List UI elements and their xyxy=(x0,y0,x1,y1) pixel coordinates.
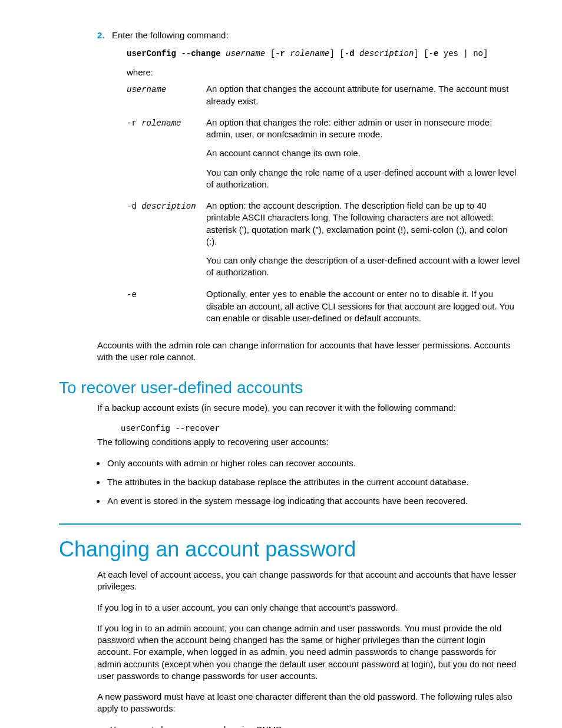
term-description: description xyxy=(141,202,196,211)
cmd-arg-description: description xyxy=(359,49,414,58)
recover-intro: If a backup account exists (in secure mo… xyxy=(97,402,521,414)
recover-conditions-intro: The following conditions apply to recove… xyxy=(97,436,521,448)
changing-p1: At each level of account access, you can… xyxy=(97,569,521,593)
recover-command: userConfig --recover xyxy=(121,423,521,434)
changing-p2: If you log in to a user account, you can… xyxy=(97,602,521,614)
bracket-close: ] xyxy=(330,49,335,58)
bracket-close: ] xyxy=(483,49,488,58)
changing-p3: If you log in to an admin account, you c… xyxy=(97,622,521,682)
def-row-rolename: -r rolename An option that changes the r… xyxy=(127,117,521,197)
cmd-name: userConfig --change xyxy=(127,49,221,58)
heading-recover: To recover user-defined accounts xyxy=(59,377,521,399)
command-syntax: userConfig --change username [-r rolenam… xyxy=(127,48,521,60)
cmd-opt-e: -e xyxy=(429,49,439,58)
term-rolename: rolename xyxy=(141,118,181,128)
recover-bullet-2: The attributes in the backup database re… xyxy=(106,476,521,488)
cmd-opt-d: -d xyxy=(345,49,355,58)
changing-p4: A new password must have at least one ch… xyxy=(97,691,521,715)
definition-table: username An option that changes the acco… xyxy=(127,83,521,331)
where-label: where: xyxy=(127,67,521,78)
term-e: -e xyxy=(127,290,137,299)
desc-description-1: An option: the account description. The … xyxy=(206,200,521,248)
desc-description-2: You can only change the description of a… xyxy=(206,255,521,279)
term-username: username xyxy=(127,85,166,94)
document-page: 2. Enter the following command: userConf… xyxy=(0,0,562,728)
term-r-prefix: -r xyxy=(127,118,141,128)
bracket-open: [ xyxy=(270,49,275,58)
step-instruction: Enter the following command: xyxy=(112,29,521,41)
after-table-note: Accounts with the admin role can change … xyxy=(97,340,521,364)
cmd-arg-username: username xyxy=(226,49,265,58)
recover-bullet-3: An event is stored in the system message… xyxy=(106,495,521,507)
cmd-arg-e: yes | no xyxy=(444,49,483,58)
desc-e-mid: to enable the account or enter xyxy=(287,289,410,299)
code-yes: yes xyxy=(272,290,287,299)
desc-username: An option that changes the account attri… xyxy=(206,83,521,107)
term-d-prefix: -d xyxy=(127,202,141,211)
desc-e: Optionally, enter yes to enable the acco… xyxy=(206,288,521,324)
changing-bullet-1: You cannot change passwords using SNMP. xyxy=(108,724,521,728)
def-row-description: -d description An option: the account de… xyxy=(127,200,521,286)
section-divider xyxy=(59,523,521,525)
desc-e-pre: Optionally, enter xyxy=(206,289,272,299)
bracket-open: [ xyxy=(424,49,428,58)
desc-rolename-1: An option that changes the role: either … xyxy=(206,117,521,141)
cmd-arg-rolename: rolename xyxy=(290,49,329,58)
bracket-close: ] xyxy=(414,49,418,58)
bracket-open: [ xyxy=(339,49,344,58)
heading-changing-password: Changing an account password xyxy=(59,535,521,564)
cmd-opt-r: -r xyxy=(275,49,285,58)
recover-bullets: Only accounts with admin or higher roles… xyxy=(106,457,521,508)
step-block: 2. Enter the following command: userConf… xyxy=(59,29,521,331)
desc-rolename-3: You can only change the role name of a u… xyxy=(206,167,521,191)
recover-bullet-1: Only accounts with admin or higher roles… xyxy=(106,457,521,469)
def-row-username: username An option that changes the acco… xyxy=(127,83,521,114)
step-number: 2. xyxy=(97,29,105,41)
desc-rolename-2: An account cannot change its own role. xyxy=(206,147,521,159)
def-row-e: -e Optionally, enter yes to enable the a… xyxy=(127,288,521,331)
changing-bullets: You cannot change passwords using SNMP. xyxy=(97,724,521,728)
code-no: no xyxy=(409,290,419,299)
